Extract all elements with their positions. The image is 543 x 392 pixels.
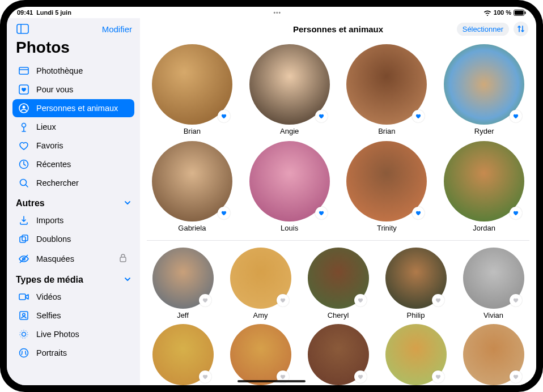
favorite-heart-icon[interactable] [315, 207, 328, 219]
person-item[interactable]: Cheryl [302, 248, 374, 319]
sidebar-item-label: Imports [36, 216, 63, 225]
sidebar-item-heart-square[interactable]: Pour vous [12, 80, 134, 99]
svg-point-9 [22, 123, 26, 127]
person-name: Brian [184, 127, 201, 135]
import-icon [18, 215, 29, 226]
sidebar-item-label: Doublons [36, 235, 71, 244]
person-item[interactable] [224, 324, 296, 385]
heart-icon [18, 140, 29, 151]
person-item[interactable]: Amy [224, 248, 296, 319]
favorite-heart-icon[interactable] [354, 370, 367, 383]
modify-button[interactable]: Modifier [102, 24, 132, 34]
sidebar-item-label: Masquées [36, 254, 74, 263]
chevron-down-icon [124, 198, 131, 208]
favorite-heart-icon[interactable] [432, 370, 444, 383]
svg-point-11 [20, 180, 27, 186]
person-item[interactable] [147, 324, 219, 385]
person-name: Angie [280, 127, 299, 135]
person-item[interactable]: Jeff [147, 248, 219, 319]
sidebar-item-video[interactable]: Vidéos [12, 288, 134, 306]
wifi-icon [483, 10, 491, 16]
favorite-heart-icon[interactable] [315, 110, 328, 122]
person-item[interactable]: Louis [244, 141, 335, 232]
section-title: Types de média [16, 275, 83, 285]
favorite-heart-icon[interactable] [412, 207, 425, 219]
livephoto-icon [18, 329, 29, 340]
favorite-heart-icon[interactable] [412, 110, 425, 122]
status-bar: 09:41 Lundi 5 juin ••• 100 % [7, 7, 536, 18]
person-item[interactable]: Jordan [439, 141, 529, 232]
sidebar-item-pin[interactable]: Lieux [12, 118, 134, 136]
heart-square-icon [18, 84, 29, 95]
favorite-heart-icon[interactable] [510, 110, 522, 122]
sidebar-item-portrait[interactable]: Portraits [12, 344, 134, 362]
svg-point-21 [20, 349, 28, 357]
person-name: Amy [253, 311, 268, 319]
sidebar-item-selfie[interactable]: Selfies [12, 306, 134, 325]
favorite-heart-icon[interactable] [277, 294, 289, 306]
sidebar-item-livephoto[interactable]: Live Photos [12, 325, 134, 343]
favorite-heart-icon[interactable] [510, 207, 522, 219]
lock-icon [117, 252, 129, 265]
app-title: Photos [12, 39, 134, 61]
favorite-heart-icon[interactable] [218, 110, 230, 122]
selfie-icon [18, 310, 29, 321]
section-header-others[interactable]: Autres [12, 193, 134, 211]
section-header-media[interactable]: Types de média [12, 269, 134, 287]
sidebar-item-label: Lieux [36, 122, 56, 131]
sidebar-item-import[interactable]: Imports [12, 211, 134, 229]
sort-button[interactable] [514, 22, 528, 36]
select-button[interactable]: Sélectionner [457, 23, 509, 36]
person-name: Trinity [377, 224, 397, 232]
eye-slash-icon [18, 253, 29, 265]
favorite-heart-icon[interactable] [354, 294, 367, 306]
person-item[interactable]: Trinity [342, 141, 432, 232]
main-content: Personnes et animaux Sélectionner BrianA… [140, 18, 536, 385]
sidebar-item-person-circle[interactable]: Personnes et animaux [12, 99, 134, 117]
svg-rect-3 [17, 24, 28, 33]
person-item[interactable]: Vivian [457, 248, 529, 319]
favorite-heart-icon[interactable] [218, 207, 230, 219]
library-icon [18, 65, 29, 76]
person-item[interactable] [457, 324, 529, 385]
favorite-heart-icon[interactable] [510, 294, 522, 306]
favorite-heart-icon[interactable] [432, 294, 444, 306]
search-icon [18, 177, 29, 189]
svg-rect-12 [20, 237, 26, 242]
home-indicator[interactable] [237, 380, 306, 382]
favorite-heart-icon[interactable] [199, 294, 211, 306]
person-item[interactable]: Brian [342, 44, 432, 135]
person-name: Cheryl [328, 311, 349, 319]
person-item[interactable]: Brian [147, 44, 237, 135]
person-item[interactable] [380, 324, 452, 385]
person-name: Jordan [473, 224, 495, 232]
svg-rect-5 [19, 67, 28, 74]
section-title: Autres [16, 198, 45, 208]
person-item[interactable]: Gabriela [147, 141, 237, 232]
sidebar-item-label: Rechercher [36, 178, 79, 188]
favorite-heart-icon[interactable] [199, 370, 211, 383]
sidebar-item-heart[interactable]: Favoris [12, 137, 134, 155]
sidebar-toggle-button[interactable] [15, 23, 31, 35]
sidebar-item-duplicates[interactable]: Doublons [12, 230, 134, 248]
multitask-dots-icon[interactable]: ••• [274, 10, 282, 16]
clock-icon [18, 159, 29, 170]
person-item[interactable]: Angie [244, 44, 335, 135]
sidebar-item-label: Vidéos [36, 292, 61, 301]
battery-text: 100 % [494, 9, 511, 16]
svg-rect-15 [120, 257, 126, 262]
sidebar-item-eye-slash[interactable]: Masquées [12, 249, 134, 269]
chevron-down-icon [124, 275, 131, 285]
person-name: Jeff [177, 311, 189, 319]
person-item[interactable]: Philip [380, 248, 452, 319]
duplicates-icon [18, 233, 29, 245]
sidebar-item-clock[interactable]: Récentes [12, 155, 134, 173]
sidebar-item-search[interactable]: Rechercher [12, 174, 134, 192]
svg-rect-16 [19, 294, 26, 300]
svg-point-19 [22, 333, 26, 336]
favorite-heart-icon[interactable] [510, 370, 522, 383]
person-item[interactable]: Ryder [439, 44, 529, 135]
person-item[interactable] [302, 324, 374, 385]
sidebar-item-library[interactable]: Photothèque [12, 62, 134, 80]
status-time: 09:41 [17, 9, 33, 16]
